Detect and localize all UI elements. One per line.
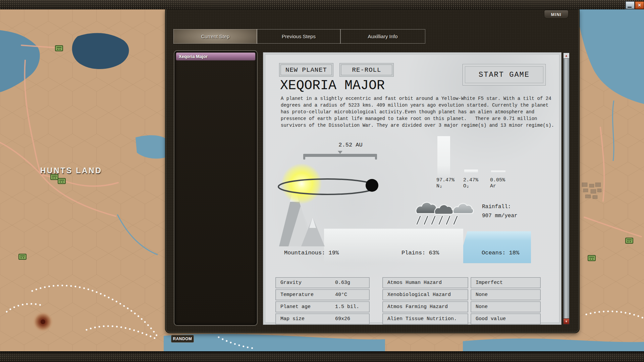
orbit-ellipse bbox=[277, 178, 378, 195]
stat-value: 0.63g bbox=[335, 280, 350, 286]
stat-label: Gravity bbox=[280, 280, 302, 286]
plains-illustration bbox=[324, 229, 463, 263]
terrain-oceans: Oceans: 18% bbox=[482, 250, 519, 256]
atmosphere-bar-n2 bbox=[437, 136, 450, 178]
stat-value: Imperfect bbox=[476, 280, 503, 286]
stat-label-cell: Alien Tissue Nutrition. bbox=[382, 313, 468, 324]
mini-button[interactable]: MINI bbox=[544, 10, 569, 19]
stat-value: None bbox=[476, 304, 488, 310]
au-bracket bbox=[303, 151, 377, 160]
stat-value: Good value bbox=[476, 316, 506, 322]
planet-list-item-selected[interactable]: Xeqoria Major bbox=[176, 52, 256, 61]
stat-value-cell: Imperfect bbox=[471, 277, 541, 288]
map-region-label: HUNTS LAND bbox=[40, 166, 102, 175]
stat-value: 1.5 bil. bbox=[335, 304, 359, 310]
planet-icon bbox=[366, 179, 378, 192]
orbit-distance-label: 2.52 AU bbox=[327, 142, 374, 148]
scroll-up-icon[interactable]: ▲ bbox=[564, 53, 569, 59]
planet-name: XEQORIA MAJOR bbox=[280, 78, 385, 93]
stat-value: None bbox=[476, 292, 488, 298]
stat-row: Map size 69x26 bbox=[275, 313, 370, 324]
random-button[interactable]: RANDOM bbox=[171, 335, 194, 343]
stat-label: Xenobiological Hazard bbox=[387, 292, 451, 298]
ocean-illustration bbox=[463, 231, 531, 263]
stat-value: 40°C bbox=[335, 292, 347, 298]
stat-value: 69x26 bbox=[335, 316, 350, 322]
scroll-down-icon[interactable]: ▼ bbox=[564, 318, 569, 324]
planet-description: A planet in a slightly eccentric and fas… bbox=[281, 95, 562, 129]
stat-value-cell: None bbox=[471, 301, 541, 312]
terrain-mountainous: Mountainous: 19% bbox=[284, 250, 339, 256]
sheet-scrollbar[interactable]: ▲ ▼ bbox=[563, 53, 570, 324]
window-titlebar: ✕ bbox=[0, 0, 644, 9]
stat-value-cell: None bbox=[471, 289, 541, 300]
atmo-gas: Ar bbox=[490, 183, 496, 189]
reroll-button[interactable]: RE-ROLL bbox=[341, 65, 392, 75]
stat-label: Planet age bbox=[280, 304, 311, 310]
stat-label: Temperature bbox=[280, 292, 314, 298]
tab-label: Current Step bbox=[201, 34, 229, 39]
stat-row: Temperature 40°C bbox=[275, 289, 370, 300]
rain-icon bbox=[417, 216, 457, 224]
atmosphere-label: 0.05% Ar bbox=[490, 177, 520, 189]
rainfall-label: Rainfall: bbox=[482, 204, 511, 210]
tab-previous-steps[interactable]: Previous Steps bbox=[257, 29, 341, 44]
atmo-gas: N₂ bbox=[436, 183, 442, 189]
minimize-icon bbox=[628, 7, 632, 8]
new-planet-button[interactable]: NEW PLANET bbox=[281, 65, 332, 75]
unit-icon[interactable] bbox=[19, 254, 26, 259]
unit-icon[interactable] bbox=[626, 238, 633, 243]
tab-label: Previous Steps bbox=[282, 34, 316, 39]
rain-clouds-icon bbox=[414, 200, 481, 226]
unit-icon[interactable] bbox=[588, 255, 595, 261]
stat-label: Alien Tissue Nutrition. bbox=[387, 316, 457, 322]
unit-icon[interactable] bbox=[55, 46, 63, 51]
atmosphere-label: 2.47% O₂ bbox=[463, 177, 493, 189]
stat-value-cell: Good value bbox=[471, 313, 541, 324]
tab-auxilliary-info[interactable]: Auxilliary Info bbox=[340, 29, 425, 44]
stat-label-cell: Atmos Human Hazard bbox=[382, 277, 468, 288]
stat-label-cell: Atmos Farming Hazard bbox=[382, 301, 468, 312]
atmo-gas: O₂ bbox=[463, 183, 469, 189]
crater bbox=[33, 312, 53, 332]
stat-label: Atmos Farming Hazard bbox=[387, 304, 448, 310]
stat-label: Map size bbox=[280, 316, 305, 322]
window-bottombar bbox=[0, 351, 644, 362]
start-game-button[interactable]: START GAME bbox=[463, 64, 546, 85]
close-button[interactable]: ✕ bbox=[635, 1, 644, 9]
atmo-pct: 0.05% bbox=[490, 177, 505, 183]
rainfall-value: 907 mm/year bbox=[482, 213, 518, 219]
stat-row: Gravity 0.63g bbox=[275, 277, 370, 288]
stat-row: Planet age 1.5 bil. bbox=[275, 301, 370, 312]
minimize-button[interactable] bbox=[625, 1, 635, 9]
stat-label-cell: Xenobiological Hazard bbox=[382, 289, 468, 300]
terrain-plains: Plains: 63% bbox=[401, 250, 439, 256]
atmosphere-bar-ar bbox=[491, 171, 505, 172]
rainfall-info: Rainfall: 907 mm/year bbox=[482, 202, 518, 221]
planet-generation-dialog: Current Step Previous Steps Auxilliary I… bbox=[166, 9, 579, 333]
unit-icon[interactable] bbox=[58, 178, 65, 184]
tab-label: Auxilliary Info bbox=[368, 34, 397, 39]
atmo-pct: 2.47% bbox=[463, 177, 478, 183]
planet-sheet: NEW PLANET RE-ROLL START GAME XEQORIA MA… bbox=[263, 53, 561, 324]
close-icon: ✕ bbox=[638, 3, 641, 8]
stat-label: Atmos Human Hazard bbox=[387, 280, 442, 286]
tab-current-step[interactable]: Current Step bbox=[173, 29, 257, 44]
atmo-pct: 97.47% bbox=[436, 177, 454, 183]
atmosphere-bar-o2 bbox=[464, 170, 478, 173]
planet-list-panel: Xeqoria Major bbox=[174, 50, 258, 326]
atmosphere-label: 97.47% N₂ bbox=[436, 177, 467, 189]
